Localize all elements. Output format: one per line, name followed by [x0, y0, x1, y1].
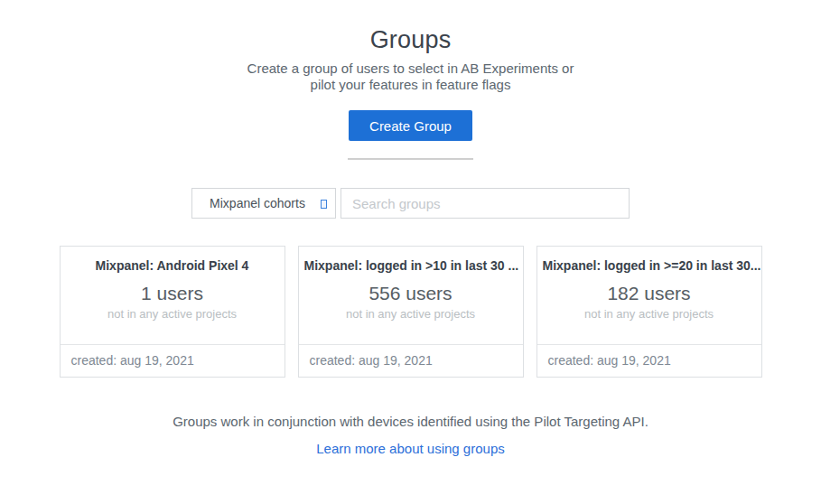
group-name: Mixpanel: Android Pixel 4	[61, 258, 285, 273]
cohort-source-dropdown[interactable]: Mixpanel cohorts	[191, 188, 336, 219]
group-card[interactable]: Mixpanel: Android Pixel 4 1 users not in…	[60, 246, 285, 378]
group-card-body: Mixpanel: logged in >10 in last 30 ... 5…	[299, 247, 523, 344]
groups-page: Groups Create a group of users to select…	[0, 0, 821, 504]
page-subtitle: Create a group of users to select in AB …	[237, 61, 584, 93]
group-user-count: 1 users	[61, 283, 285, 304]
footer-info-text: Groups work in conjunction with devices …	[0, 414, 821, 429]
group-project-status: not in any active projects	[299, 307, 523, 321]
group-cards-row: Mixpanel: Android Pixel 4 1 users not in…	[0, 246, 821, 378]
group-name: Mixpanel: logged in >=20 in last 30...	[537, 258, 761, 273]
group-project-status: not in any active projects	[537, 307, 761, 321]
group-card[interactable]: Mixpanel: logged in >10 in last 30 ... 5…	[298, 246, 524, 378]
page-title: Groups	[0, 26, 821, 54]
group-card[interactable]: Mixpanel: logged in >=20 in last 30... 1…	[536, 246, 762, 378]
group-created-date: created: aug 19, 2021	[537, 344, 761, 377]
group-card-body: Mixpanel: Android Pixel 4 1 users not in…	[61, 247, 285, 344]
group-created-date: created: aug 19, 2021	[299, 344, 523, 377]
header-divider	[348, 158, 473, 160]
cohort-dropdown-value: Mixpanel cohorts	[210, 196, 318, 210]
footer-link-row: Learn more about using groups	[0, 441, 821, 457]
group-user-count: 182 users	[537, 283, 761, 304]
learn-more-link[interactable]: Learn more about using groups	[316, 441, 504, 456]
create-group-button[interactable]: Create Group	[349, 110, 472, 141]
group-card-body: Mixpanel: logged in >=20 in last 30... 1…	[537, 247, 761, 344]
group-created-date: created: aug 19, 2021	[61, 344, 285, 377]
group-user-count: 556 users	[299, 283, 523, 304]
group-project-status: not in any active projects	[61, 307, 285, 321]
page-header: Groups Create a group of users to select…	[0, 0, 821, 160]
group-name: Mixpanel: logged in >10 in last 30 ...	[299, 258, 523, 273]
filters-row: Mixpanel cohorts	[0, 188, 821, 219]
dropdown-indicator-icon	[321, 200, 327, 209]
search-groups-input[interactable]	[341, 188, 630, 219]
